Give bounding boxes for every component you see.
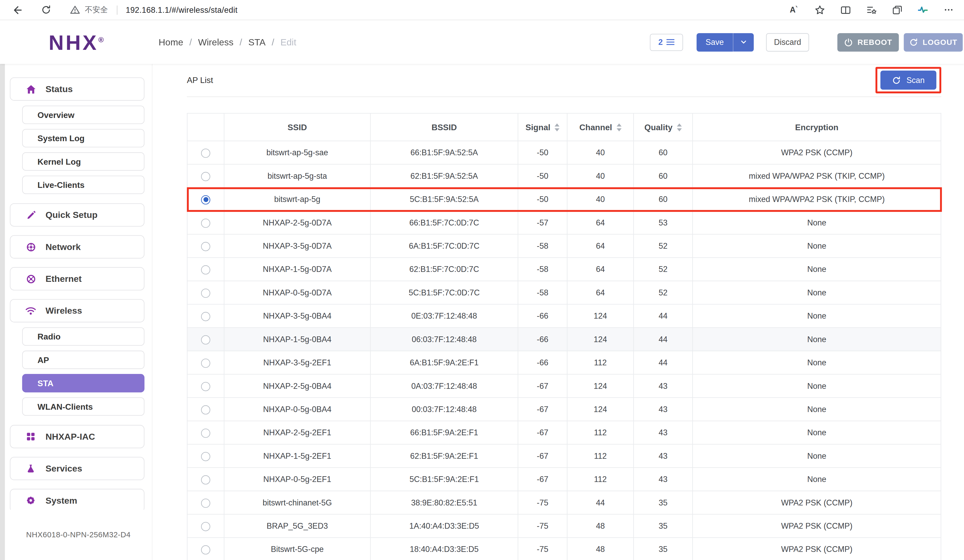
row-radio[interactable] bbox=[201, 242, 210, 251]
sidebar-item-services[interactable]: Services bbox=[10, 457, 145, 480]
row-radio[interactable] bbox=[201, 358, 210, 367]
cell-signal: -50 bbox=[518, 188, 567, 211]
channel-column-header[interactable]: Channel bbox=[567, 113, 633, 141]
cell-signal: -67 bbox=[518, 467, 567, 491]
app-header: NHX® Home / Wireless / STA / Edit 2 Save… bbox=[0, 20, 964, 64]
sidebar-item-kernel-log[interactable]: Kernel Log bbox=[22, 153, 145, 171]
row-radio[interactable] bbox=[201, 335, 210, 344]
row-radio[interactable] bbox=[201, 265, 210, 274]
row-radio[interactable] bbox=[201, 452, 210, 461]
breadcrumb-item-home[interactable]: Home bbox=[158, 37, 183, 47]
refresh-button[interactable] bbox=[38, 2, 54, 18]
url-text: 192.168.1.1/#/wireless/sta/edit bbox=[125, 5, 238, 15]
sidebar-item-sta[interactable]: STA bbox=[22, 374, 145, 393]
sidebar-item-ap[interactable]: AP bbox=[22, 351, 145, 369]
sidebar-item-label: Services bbox=[46, 464, 82, 474]
sidebar-item-label: STA bbox=[37, 379, 54, 388]
row-radio[interactable] bbox=[201, 312, 210, 321]
sidebar-item-radio[interactable]: Radio bbox=[22, 327, 145, 346]
row-radio[interactable] bbox=[201, 405, 210, 414]
cell-quality: 60 bbox=[633, 188, 693, 211]
read-aloud-button[interactable]: Aᐠ bbox=[785, 2, 803, 18]
sidebar-item-overview[interactable]: Overview bbox=[22, 106, 145, 124]
home-icon bbox=[25, 83, 36, 94]
cell-channel: 112 bbox=[567, 467, 633, 491]
quality-column-header[interactable]: Quality bbox=[633, 113, 693, 141]
device-id: NHX6018-0-NPN-256M32-D4 bbox=[5, 510, 152, 560]
cell-ssid: Bitswrt-5G-cpe bbox=[224, 537, 370, 560]
collections-button[interactable] bbox=[888, 2, 906, 18]
cell-bssid: 66:B1:5F:7C:0D:7C bbox=[370, 211, 518, 234]
row-radio[interactable] bbox=[201, 428, 210, 437]
cell-channel: 64 bbox=[567, 234, 633, 258]
row-radio[interactable] bbox=[201, 288, 210, 297]
row-radio-selected[interactable] bbox=[201, 195, 210, 204]
reboot-button[interactable]: REBOOT bbox=[837, 33, 899, 51]
table-row: NHXAP-3-5g-2EF16A:B1:5F:9A:2E:F1-6611244… bbox=[187, 351, 941, 374]
save-button[interactable]: Save bbox=[697, 33, 733, 51]
back-icon bbox=[11, 5, 22, 15]
sidebar-item-label: Overview bbox=[37, 110, 75, 119]
sidebar-item-live-clients[interactable]: Live-Clients bbox=[22, 175, 145, 194]
browser-essentials-button[interactable] bbox=[914, 2, 932, 18]
sidebar-item-wlan-clients[interactable]: WLAN-Clients bbox=[22, 397, 145, 416]
row-radio[interactable] bbox=[201, 172, 210, 181]
cell-signal: -75 bbox=[518, 515, 567, 537]
sidebar-item-network[interactable]: Network bbox=[10, 235, 145, 258]
row-radio[interactable] bbox=[201, 522, 210, 531]
cell-signal: -58 bbox=[518, 234, 567, 258]
sidebar-item-nhxap-iac[interactable]: NHXAP-IAC bbox=[10, 425, 145, 448]
panel-title: AP List bbox=[187, 75, 213, 84]
logo-box: NHX® bbox=[0, 32, 153, 52]
sidebar-item-ethernet[interactable]: Ethernet bbox=[10, 267, 145, 291]
changes-count: 2 bbox=[658, 37, 663, 47]
breadcrumb-item-sta[interactable]: STA bbox=[248, 37, 265, 47]
cell-channel: 48 bbox=[567, 537, 633, 560]
favorite-button[interactable] bbox=[811, 2, 829, 18]
cell-quality: 52 bbox=[633, 258, 693, 281]
sidebar-item-wireless[interactable]: Wireless bbox=[10, 299, 145, 322]
sidebar-item-quick-setup[interactable]: Quick Setup bbox=[10, 203, 145, 227]
cell-quality: 43 bbox=[633, 374, 693, 398]
row-select-cell bbox=[187, 211, 224, 234]
address-bar[interactable]: 不安全 192.168.1.1/#/wireless/sta/edit bbox=[70, 5, 784, 15]
split-screen-button[interactable] bbox=[836, 2, 855, 18]
row-radio[interactable] bbox=[201, 382, 210, 391]
list-icon bbox=[666, 39, 675, 45]
cell-bssid: 1A:40:A4:D3:3E:D5 bbox=[370, 515, 518, 537]
sort-icon bbox=[555, 123, 560, 131]
cell-quality: 53 bbox=[633, 211, 693, 234]
cell-encryption: None bbox=[693, 258, 941, 281]
cell-bssid: 66:B1:5F:9A:52:5A bbox=[370, 141, 518, 164]
cell-encryption: WPA2 PSK (CCMP) bbox=[693, 141, 941, 164]
table-row: bitswrt-ap-5g-sae66:B1:5F:9A:52:5A-50406… bbox=[187, 141, 941, 164]
row-radio[interactable] bbox=[201, 148, 210, 157]
more-button[interactable] bbox=[940, 2, 958, 18]
save-dropdown-button[interactable] bbox=[733, 33, 754, 51]
sidebar: Status Overview System Log Kernel Log Li… bbox=[0, 64, 153, 560]
scan-button[interactable]: Scan bbox=[881, 71, 936, 90]
sidebar-item-label: WLAN-Clients bbox=[37, 402, 93, 411]
row-radio[interactable] bbox=[201, 498, 210, 508]
power-icon bbox=[844, 38, 852, 47]
sidebar-item-system-log[interactable]: System Log bbox=[22, 129, 145, 148]
cell-ssid: NHXAP-3-5g-2EF1 bbox=[224, 351, 370, 374]
table-row: NHXAP-0-5g-0BA400:03:7F:12:48:48-6712443… bbox=[187, 398, 941, 421]
sidebar-item-system[interactable]: System bbox=[10, 489, 145, 510]
signal-column-header[interactable]: Signal bbox=[518, 113, 567, 141]
cell-ssid: bitswrt-ap-5g-sae bbox=[224, 141, 370, 164]
favorites-bar-button[interactable] bbox=[862, 2, 881, 18]
breadcrumb-item-wireless[interactable]: Wireless bbox=[198, 37, 233, 47]
row-radio[interactable] bbox=[201, 475, 210, 484]
logout-button[interactable]: LOGOUT bbox=[904, 33, 963, 51]
row-radio[interactable] bbox=[201, 218, 210, 227]
sidebar-item-status[interactable]: Status bbox=[10, 77, 145, 101]
row-radio[interactable] bbox=[201, 545, 210, 554]
sidebar-item-label: NHXAP-IAC bbox=[46, 432, 95, 442]
cell-channel: 64 bbox=[567, 211, 633, 234]
cell-bssid: 0A:03:7F:12:48:48 bbox=[370, 374, 518, 398]
browser-essentials-icon bbox=[917, 4, 928, 15]
back-button[interactable] bbox=[9, 2, 24, 18]
discard-button[interactable]: Discard bbox=[766, 33, 809, 51]
changes-badge[interactable]: 2 bbox=[650, 33, 683, 50]
